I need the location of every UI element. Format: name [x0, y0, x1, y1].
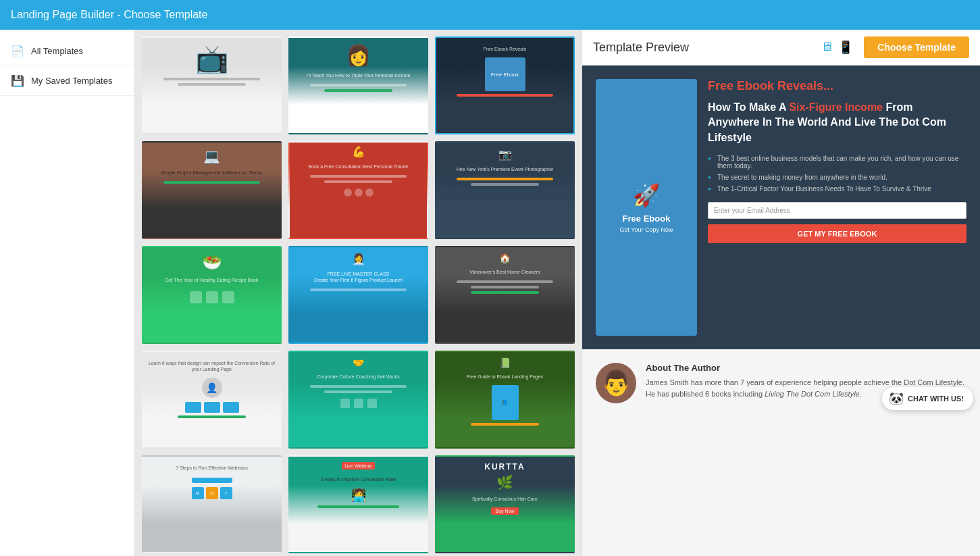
author-name: James Smith	[646, 378, 689, 386]
webinar3-icon: 👩‍💻	[351, 488, 366, 503]
template-thumb[interactable]: 👩‍💼 FREE LIVE MASTER CLASSCreate Your Fi…	[288, 246, 428, 344]
template-thumb[interactable]: 📺	[142, 36, 282, 134]
author-avatar: 👨	[596, 363, 636, 403]
thumb-bar	[310, 175, 406, 178]
preview-text-side: Free Ebook Reveals... How To Make A Six-…	[708, 79, 966, 336]
preview-mock-dark: 🚀 Free Ebook Get Your Copy Now Free Eboo…	[582, 66, 980, 349]
thumb-label: Free Guide to Ebook Landing Pages	[464, 371, 546, 382]
thumb-label: Learn 6 ways that design can impact the …	[143, 357, 280, 375]
person-avatar: 👤	[202, 378, 222, 398]
thumb-label: Corporate Culture Coaching that Works	[314, 371, 402, 382]
document-icon: 📄	[11, 45, 24, 57]
thumb-bar	[471, 183, 540, 186]
sidebar-item-my-saved[interactable]: 💾 My Saved Templates	[0, 66, 134, 96]
header: Landing Page Builder - Choose Template	[0, 0, 980, 30]
live-badge: Live Webinar	[342, 462, 375, 470]
thumb-label: 6 ways to Improve Conversion Rate	[318, 474, 398, 485]
thumb-bar	[178, 83, 247, 86]
date-block-2: D	[206, 487, 218, 499]
icon-sq	[354, 399, 363, 408]
thumb-label: Simple Project Management Software for T…	[158, 167, 265, 178]
bullet-3: The 1-Critical Factor Your Business Need…	[708, 185, 966, 193]
stat-box	[206, 291, 218, 303]
thumb-label: Vancouver's Best Home Cleaners	[467, 266, 542, 278]
coaching-icon: 🤝	[353, 357, 364, 368]
thumb-bar	[457, 94, 552, 97]
chat-widget[interactable]: 🐼 CHAT WITH US!	[882, 387, 973, 410]
icon-circle	[365, 188, 373, 197]
date-block	[185, 402, 201, 413]
sidebar-item-all-templates[interactable]: 📄 All Templates	[0, 36, 134, 66]
template-thumb[interactable]: KURTTA 🌿 Spiritually Conscious Hair Care…	[435, 455, 575, 553]
choose-template-button[interactable]: Choose Template	[864, 36, 969, 58]
thumb-bar	[310, 385, 406, 388]
template-grid[interactable]: 📺 👩 I'll Teach You How to Triple Your Pe…	[135, 30, 582, 556]
app-title: Landing Page Builder - Choose Template	[11, 9, 207, 21]
thumb-bar	[310, 84, 406, 86]
book-cover: 📘	[492, 385, 519, 420]
template-thumb[interactable]: 7 Steps to Run Effective Webinars M D Y	[142, 455, 282, 553]
author-face-icon: 👨	[601, 369, 631, 397]
template-thumb[interactable]: 📷 Hire New York's Premiere Event Photogr…	[435, 141, 575, 239]
thumb-bar	[324, 390, 393, 393]
author-section-title: About The Author	[646, 363, 966, 373]
food-icon: 🥗	[202, 253, 222, 272]
thumb-bar	[471, 423, 540, 426]
cleaner-icon: 🏠	[499, 253, 511, 263]
thumb-label: Get The Year of Healthy Eating Recipe Bo…	[162, 274, 261, 286]
template-thumb[interactable]: 👩 I'll Teach You How to Triple Your Pers…	[288, 36, 428, 134]
brand-label: KURTTA	[484, 462, 525, 472]
thumb-label: 7 Steps to Run Effective Webinars	[173, 462, 250, 474]
thumb-bar	[324, 89, 393, 92]
template-thumb[interactable]: 🏠 Vancouver's Best Home Cleaners	[435, 246, 575, 344]
thumb-bar	[471, 291, 540, 294]
preview-panel: Template Preview 🖥 📱 Choose Template 🚀 F…	[582, 30, 980, 556]
masterclass-icon: 👩‍💼	[352, 253, 365, 266]
preview-email-input: Enter your Email Address	[708, 202, 966, 219]
template-thumb[interactable]: Learn 6 ways that design can impact the …	[142, 351, 282, 449]
preview-main-headline: How To Make A Six-Figure Income From Any…	[708, 100, 966, 145]
highlighted-text: Six-Figure Income	[789, 101, 883, 113]
ebook2-icon: 📗	[499, 357, 511, 368]
buy-btn: Buy Now	[491, 507, 518, 515]
thumb-label: I'll Teach You How to Triple Your Person…	[304, 70, 413, 81]
bullet-1: The 3 best online business models that c…	[708, 155, 966, 170]
desktop-icon[interactable]: 🖥	[821, 40, 833, 55]
stat-box	[222, 291, 234, 303]
preview-headline-red: Free Ebook Reveals...	[708, 79, 966, 93]
device-icons: 🖥 📱	[821, 40, 853, 55]
sidebar-label-saved: My Saved Templates	[31, 76, 112, 86]
thumb-bar	[178, 415, 247, 418]
tv-icon: 📺	[195, 43, 229, 75]
template-thumb-selected[interactable]: Free Ebook Reveals Free Ebook	[435, 36, 575, 134]
template-thumb[interactable]: 💪 Book a Free Consultation Best Personal…	[288, 141, 428, 239]
template-thumb[interactable]: Live Webinar 6 ways to Improve Conversio…	[288, 455, 428, 553]
date-blocks-2: M D Y	[192, 487, 232, 499]
template-thumb[interactable]: 📗 Free Guide to Ebook Landing Pages 📘	[435, 351, 575, 449]
preview-title: Template Preview	[593, 41, 821, 55]
form-field	[192, 478, 232, 483]
sidebar-label-all: All Templates	[31, 46, 83, 56]
template-thumb[interactable]: 💻 Simple Project Management Software for…	[142, 141, 282, 239]
stats-row	[190, 291, 234, 303]
date-block	[223, 402, 239, 413]
icon-sq	[340, 399, 350, 408]
thumb-bar	[324, 180, 393, 183]
icon-circle	[355, 188, 363, 197]
mobile-icon[interactable]: 📱	[838, 40, 853, 55]
thumb-bar	[163, 78, 259, 80]
photo-icon: 📷	[498, 148, 512, 161]
preview-cta-button: GET MY FREE EBOOK	[708, 224, 966, 243]
thumb-bar	[457, 280, 552, 283]
preview-wrapper: 🚀 Free Ebook Get Your Copy Now Free Eboo…	[582, 66, 980, 417]
grid-inner: 📺 👩 I'll Teach You How to Triple Your Pe…	[142, 36, 575, 553]
thumb-bar	[317, 505, 400, 508]
icon-circle	[344, 188, 352, 197]
template-thumb[interactable]: 🥗 Get The Year of Healthy Eating Recipe …	[142, 246, 282, 344]
date-block	[204, 402, 220, 413]
date-block-2: M	[192, 487, 204, 499]
fashion-icon: 🌿	[496, 474, 513, 490]
thumb-label: Free Ebook Reveals	[481, 43, 529, 55]
template-thumb[interactable]: 🤝 Corporate Culture Coaching that Works	[288, 351, 428, 449]
icon-sq	[367, 399, 377, 408]
